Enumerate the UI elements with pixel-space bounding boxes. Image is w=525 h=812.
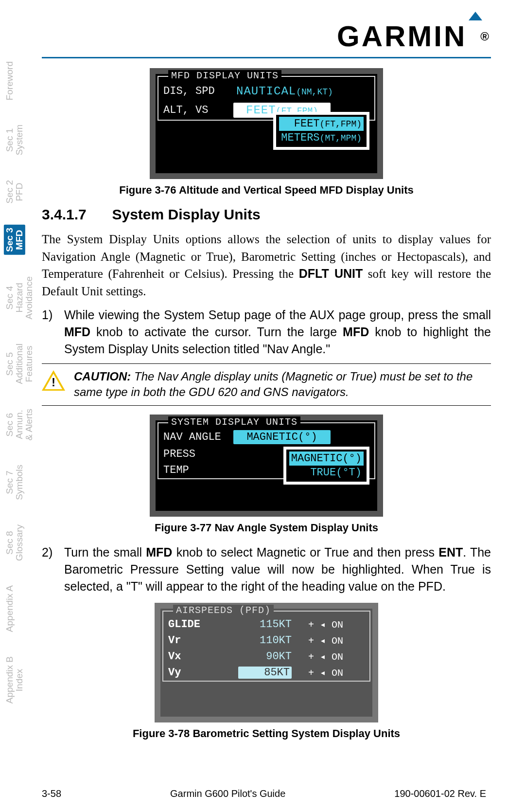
step-2-number: 2) xyxy=(42,544,56,595)
figure-3-78-caption: Figure 3-78 Barometric Setting System Di… xyxy=(42,727,491,740)
heading-number: 3.4.1.7 xyxy=(42,206,110,223)
section-heading: 3.4.1.7 System Display Units xyxy=(42,206,491,223)
popup-option-feet[interactable]: FEET(FT,FPM) xyxy=(279,117,364,131)
system-display-units-screen: SYSTEM DISPLAY UNITS NAV ANGLE MAGNETIC(… xyxy=(150,415,383,517)
panel-title: MFD DISPLAY UNITS xyxy=(168,70,281,81)
header-rule xyxy=(42,57,491,58)
step-2: 2) Turn the small MFD knob to select Mag… xyxy=(42,544,491,595)
caution-note: ! CAUTION: The Nav Angle display units (… xyxy=(42,363,491,406)
figure-3-77-caption: Figure 3-77 Nav Angle System Display Uni… xyxy=(42,522,491,534)
row-value-nav-angle[interactable]: MAGNETIC(°) xyxy=(233,430,331,444)
row-glide-label: GLIDE xyxy=(168,618,231,631)
heading-title: System Display Units xyxy=(112,206,260,222)
row-vx-on: + ◂ ON xyxy=(308,650,343,663)
row-vx-label: Vx xyxy=(168,650,231,663)
row-vx-value: 90KT xyxy=(238,650,292,663)
row-label-temp: TEMP xyxy=(163,464,227,476)
step-1: 1) While viewing the System Setup page o… xyxy=(42,307,491,358)
row-glide-value: 115KT xyxy=(238,618,292,631)
tab-sec6[interactable]: Sec 6Annun.& Alerts xyxy=(4,406,35,443)
brand-text: GARMIN xyxy=(337,19,467,53)
row-vy-value[interactable]: 85KT xyxy=(238,667,292,679)
figure-3-76: MFD DISPLAY UNITS DIS, SPD NAUTICAL(NM,K… xyxy=(42,68,491,179)
row-vr-value: 110KT xyxy=(238,634,292,647)
page-header: GARMIN® xyxy=(42,19,491,57)
row-vr-label: Vr xyxy=(168,634,231,647)
row-label-nav-angle: NAV ANGLE xyxy=(163,431,227,443)
tab-sec7[interactable]: Sec 7Symbols xyxy=(4,462,25,503)
panel-title: AIRSPEEDS (PFD) xyxy=(173,605,274,616)
units-popup: FEET(FT,FPM) METERS(MT,MPM) xyxy=(273,112,369,150)
row-label-press: PRESS xyxy=(163,448,227,460)
popup-option-magnetic[interactable]: MAGNETIC(°) xyxy=(289,451,364,466)
caution-icon: ! xyxy=(42,369,65,392)
page-content: GARMIN® MFD DISPLAY UNITS DIS, SPD NAUTI… xyxy=(42,19,491,812)
step-1-number: 1) xyxy=(42,307,56,358)
doc-title: Garmin G600 Pilot's Guide xyxy=(170,788,285,799)
row-label-alt-vs: ALT, VS xyxy=(163,104,227,116)
caution-text: CAUTION: The Nav Angle display units (Ma… xyxy=(74,369,491,400)
side-tab-strip: Foreword Sec 1System Sec 2PFD Sec 3MFD S… xyxy=(4,58,37,725)
airspeeds-pfd-screen: AIRSPEEDS (PFD) GLIDE115KT+ ◂ ON Vr110KT… xyxy=(155,603,378,722)
row-vy-on: + ◂ ON xyxy=(308,667,343,679)
panel-title: SYSTEM DISPLAY UNITS xyxy=(168,416,300,428)
tab-foreword[interactable]: Foreword xyxy=(4,58,16,103)
popup-option-true[interactable]: TRUE(°T) xyxy=(289,466,364,480)
page-number: 3-58 xyxy=(42,788,61,799)
figure-3-77: SYSTEM DISPLAY UNITS NAV ANGLE MAGNETIC(… xyxy=(42,415,491,517)
garmin-logo: GARMIN® xyxy=(337,19,491,53)
figure-3-78: AIRSPEEDS (PFD) GLIDE115KT+ ◂ ON Vr110KT… xyxy=(42,603,491,722)
tab-sec1[interactable]: Sec 1System xyxy=(4,122,25,158)
registered-mark: ® xyxy=(480,30,491,43)
row-value-dis-spd: NAUTICAL(NM,KT) xyxy=(233,84,336,99)
mfd-display-units-screen: MFD DISPLAY UNITS DIS, SPD NAUTICAL(NM,K… xyxy=(150,68,383,179)
row-glide-on: + ◂ ON xyxy=(308,618,343,631)
nav-angle-popup: MAGNETIC(°) TRUE(°T) xyxy=(283,447,369,485)
tab-appendix-a[interactable]: Appendix A xyxy=(4,582,16,635)
garmin-delta-icon xyxy=(469,12,482,20)
page-footer: 3-58 Garmin G600 Pilot's Guide 190-00601… xyxy=(42,788,491,799)
row-vr-on: + ◂ ON xyxy=(308,634,343,647)
popup-option-meters[interactable]: METERS(MT,MPM) xyxy=(279,131,364,145)
row-vy-label: Vy xyxy=(168,667,231,679)
row-label-dis-spd: DIS, SPD xyxy=(163,85,227,97)
tab-sec4[interactable]: Sec 4HazardAvoidance xyxy=(4,273,35,322)
tab-sec2[interactable]: Sec 2PFD xyxy=(4,177,25,207)
tab-appendix-b[interactable]: Appendix BIndex xyxy=(4,653,25,706)
figure-3-76-caption: Figure 3-76 Altitude and Vertical Speed … xyxy=(42,184,491,197)
intro-paragraph: The System Display Units options allows … xyxy=(42,231,491,300)
tab-sec5[interactable]: Sec 5AdditionalFeatures xyxy=(4,341,35,387)
tab-sec8[interactable]: Sec 8Glossary xyxy=(4,522,25,564)
tab-sec3[interactable]: Sec 3MFD xyxy=(4,225,25,255)
doc-revision: 190-00601-02 Rev. E xyxy=(394,788,486,799)
